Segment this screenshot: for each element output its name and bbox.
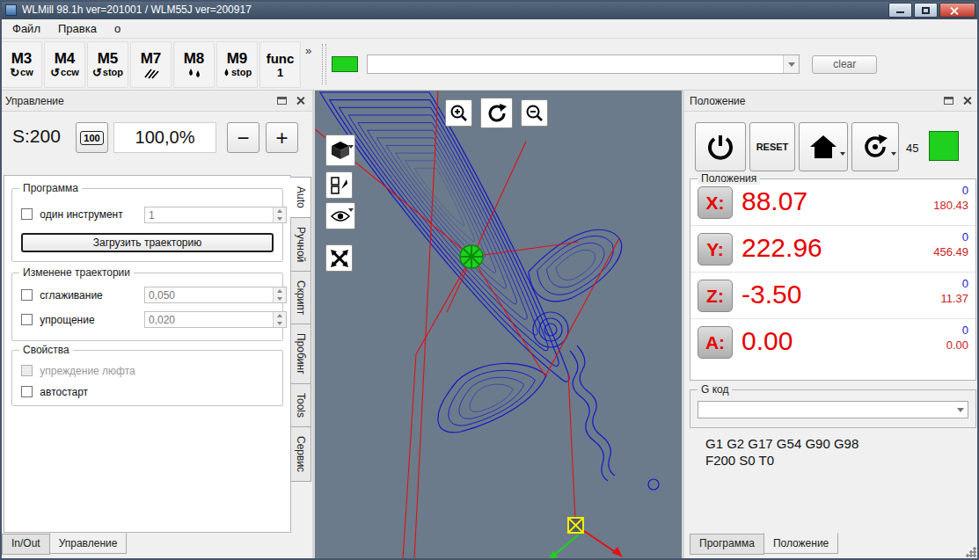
- wlmill-window: WLMill 98.1h ver=201001 / WLM55J ver=200…: [0, 0, 979, 560]
- visibility-button[interactable]: [325, 202, 355, 229]
- tab-position[interactable]: Положение: [763, 533, 838, 554]
- load-trajectory-button[interactable]: Загрузить траекторию: [21, 233, 274, 252]
- power-button[interactable]: [695, 122, 746, 171]
- tool-number-spinbox[interactable]: 1: [144, 207, 287, 223]
- x-axis-badge[interactable]: X:: [698, 186, 733, 219]
- close-button[interactable]: [939, 3, 975, 18]
- position-panel-title: Положение: [690, 95, 944, 107]
- m3-spindle-cw-button[interactable]: M3 ↻cw: [1, 41, 42, 88]
- gcode-line-2: F200 S0 T0: [705, 452, 858, 469]
- minimize-button[interactable]: [888, 3, 912, 18]
- axis-row-z: Z: -3.50 0 11.37: [690, 273, 975, 319]
- float-panel-icon[interactable]: [277, 97, 287, 105]
- y-axis-badge[interactable]: Y:: [698, 233, 733, 265]
- home-button[interactable]: [799, 122, 848, 171]
- control-panel: Управление S:200 100 100,0% − + Программ…: [0, 91, 315, 560]
- feed-override-display: 100,0%: [113, 122, 216, 153]
- view-mode-button[interactable]: [325, 135, 355, 166]
- autostart-row: автостарт: [21, 386, 88, 398]
- power-icon: [705, 132, 735, 162]
- zoom-in-button[interactable]: [445, 99, 472, 127]
- single-tool-row: один инструмент: [21, 208, 123, 221]
- zoom-out-button[interactable]: [521, 99, 548, 127]
- close-panel-icon[interactable]: [296, 96, 305, 105]
- tab-control[interactable]: Управление: [49, 533, 128, 554]
- menu-edit[interactable]: Правка: [49, 20, 106, 37]
- rotate-icon: [486, 102, 508, 125]
- z-axis-badge[interactable]: Z:: [698, 280, 733, 312]
- gcode-combobox[interactable]: [698, 401, 968, 418]
- close-panel-icon[interactable]: [962, 96, 972, 105]
- single-tool-checkbox[interactable]: [21, 208, 33, 220]
- reset-button[interactable]: RESET: [749, 122, 795, 171]
- auto-tab-page: Программа один инструмент 1 Загрузить тр…: [4, 175, 291, 533]
- m4-spindle-ccw-button[interactable]: M4 ↺ccw: [44, 41, 85, 88]
- spindle-orient-button[interactable]: [851, 122, 899, 171]
- maximize-button[interactable]: [914, 3, 938, 18]
- command-combobox[interactable]: [367, 55, 800, 74]
- z-axis-zero: 0: [962, 277, 968, 290]
- edit-grid-icon: [331, 177, 348, 194]
- gcode-line-1: G1 G2 G17 G54 G90 G98: [705, 435, 858, 452]
- tab-auto[interactable]: Auto: [290, 177, 311, 218]
- stop-arrow-icon: ↺: [92, 67, 102, 78]
- zoom-in-icon: [449, 104, 469, 123]
- gcode-group: G код: [690, 389, 976, 428]
- program-group: Программа один инструмент 1 Загрузить тр…: [11, 188, 283, 262]
- menu-file[interactable]: Файл: [4, 20, 49, 37]
- tab-program[interactable]: Программа: [690, 534, 764, 555]
- left-dock-tabs: In/Out Управление: [2, 534, 126, 555]
- origin-marker: [549, 518, 623, 559]
- mode-tabs: Auto Ручной Скрипт Пробинг Tools Сервис: [291, 177, 315, 481]
- x-axis-limit: 180.43: [933, 199, 968, 212]
- func1-button[interactable]: func 1: [259, 41, 301, 88]
- simplify-checkbox[interactable]: [21, 314, 33, 325]
- smoothing-row: сглаживание: [21, 289, 103, 302]
- toolbar-overflow-chevron[interactable]: »: [305, 39, 311, 57]
- m7-air-blast-button[interactable]: M7: [130, 41, 172, 88]
- tab-service[interactable]: Сервис: [291, 426, 311, 482]
- m5-spindle-stop-button[interactable]: M5 ↺stop: [87, 41, 128, 88]
- tab-tools[interactable]: Tools: [291, 383, 311, 427]
- rotate-view-button[interactable]: [480, 98, 513, 128]
- float-panel-icon[interactable]: [944, 97, 953, 105]
- zoom-out-icon: [525, 104, 544, 123]
- a-axis-zero: 0: [962, 324, 968, 337]
- spindle-rotate-icon: [861, 133, 889, 161]
- fit-view-button[interactable]: [325, 244, 353, 272]
- m8-coolant-on-button[interactable]: M8: [173, 41, 215, 88]
- y-axis-limit: 456.49: [933, 245, 968, 258]
- x-axis-zero: 0: [962, 184, 968, 197]
- modal-gcode-state: G1 G2 G17 G54 G90 G98 F200 S0 T0: [705, 435, 858, 469]
- tab-script[interactable]: Скрипт: [291, 271, 311, 324]
- feed-decrease-button[interactable]: −: [227, 122, 259, 153]
- combobox-arrow-icon[interactable]: [783, 55, 799, 73]
- a-axis-badge[interactable]: A:: [698, 326, 733, 359]
- tab-probing[interactable]: Пробинг: [291, 324, 311, 384]
- app-icon: [5, 4, 17, 16]
- smoothing-spinbox[interactable]: 0,050: [144, 287, 287, 303]
- smoothing-checkbox[interactable]: [21, 289, 33, 301]
- m9-coolant-stop-button[interactable]: M9 stop: [216, 41, 258, 88]
- spindle-angle-value: 45: [906, 142, 918, 155]
- position-panel-titlebar: Положение: [684, 91, 979, 112]
- toolpath-view[interactable]: [315, 91, 682, 560]
- spinbox-arrows[interactable]: [273, 207, 286, 222]
- clear-button[interactable]: clear: [812, 55, 877, 74]
- edit-path-button[interactable]: [325, 171, 353, 199]
- resize-grip[interactable]: [966, 547, 976, 557]
- axis-row-x: X: 88.07 0 180.43: [690, 179, 975, 226]
- gcode-combobox-arrow-icon[interactable]: [953, 402, 968, 418]
- coolant-drop-icon: [223, 68, 230, 78]
- tab-manual[interactable]: Ручной: [291, 217, 311, 272]
- tab-inout[interactable]: In/Out: [2, 534, 50, 555]
- simplify-spinbox[interactable]: 0,020: [144, 311, 287, 328]
- coolant-drops-icon: [186, 67, 202, 79]
- speed-reset-100-button[interactable]: 100: [76, 122, 108, 153]
- autostart-checkbox[interactable]: [21, 386, 33, 397]
- feed-increase-button[interactable]: +: [266, 122, 298, 153]
- menu-about[interactable]: о: [106, 20, 129, 37]
- maximize-icon: [922, 7, 930, 14]
- toolbar: M3 ↻cw M4 ↺ccw M5 ↺stop M7 M8: [0, 39, 979, 91]
- x-axis-value: 88.07: [742, 186, 807, 216]
